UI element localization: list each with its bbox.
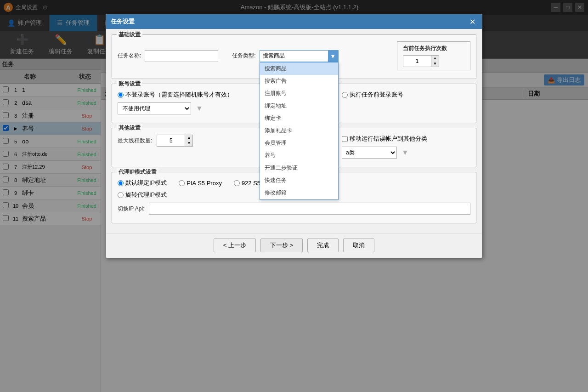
922-s5-radio[interactable]	[234, 180, 240, 186]
modal-titlebar: 任务设置 ✕	[106, 14, 482, 29]
task-type-container: 搜索商品 ▼ 搜索商品 搜索广告 注册账号 绑定地址 绑定卡	[260, 50, 339, 62]
account-right: 执行任务前登录账号	[342, 91, 470, 118]
execute-login-row: 执行任务前登录账号	[342, 91, 470, 99]
counter-up-button[interactable]: ▲	[431, 56, 439, 61]
task-type-dropdown-trigger[interactable]: 搜索商品 ▼	[260, 50, 339, 62]
prev-step-button[interactable]: < 上一步	[214, 239, 256, 252]
modal-title: 任务设置	[111, 17, 135, 26]
task-type-label: 任务类型:	[232, 52, 255, 60]
dropdown-item-search-product[interactable]: 搜索商品	[260, 62, 338, 75]
threads-up-button[interactable]: ▲	[185, 135, 192, 141]
default-ip-label: 默认绑定IP模式	[125, 179, 167, 187]
task-settings-modal: 任务设置 ✕ 基础设置 任务名称: 任务类型:	[106, 14, 482, 258]
basic-settings-section: 基础设置 任务名称: 任务类型: 搜索商品 ▼	[112, 34, 476, 79]
no-login-radio-group: 不登录账号（需要选择随机账号才有效）	[118, 91, 233, 99]
basic-form-row: 任务名称: 任务类型: 搜索商品 ▼	[118, 41, 470, 70]
max-threads-counter: ▲ ▼	[157, 135, 193, 147]
rotate-ip-radio-group: 旋转代理IP模式	[118, 191, 167, 199]
dropdown-item-add-gift-card[interactable]: 添加礼品卡	[260, 125, 338, 137]
default-ip-radio[interactable]	[118, 180, 124, 186]
task-type-value: 搜索商品	[260, 52, 338, 60]
rotate-ip-label: 旋转代理IP模式	[125, 191, 167, 199]
modal-body: 基础设置 任务名称: 任务类型: 搜索商品 ▼	[106, 29, 482, 233]
task-name-input[interactable]	[145, 50, 218, 62]
move-error-checkbox-group: 移动运行错误帐户到其他分类	[342, 135, 427, 143]
other-settings-title: 其他设置	[117, 124, 142, 132]
dropdown-item-bind-address[interactable]: 绑定地址	[260, 100, 338, 112]
modal-footer: < 上一步 下一步 > 完成 取消	[106, 233, 482, 258]
category-select[interactable]: a类	[342, 147, 397, 159]
task-type-dropdown-list[interactable]: 搜索商品 搜索广告 注册账号 绑定地址 绑定卡 添加礼品卡 会员管理 养号 开通…	[260, 62, 339, 200]
basic-settings-content: 任务名称: 任务类型: 搜索商品 ▼	[112, 35, 476, 79]
execute-login-radio[interactable]	[342, 92, 348, 98]
dropdown-item-bind-card[interactable]: 绑定卡	[260, 112, 338, 125]
rotate-ip-radio[interactable]	[118, 192, 124, 198]
finish-button[interactable]: 完成	[307, 239, 339, 252]
default-ip-radio-group: 默认绑定IP模式	[118, 179, 167, 187]
threads-counter-btns: ▲ ▼	[185, 135, 192, 146]
proxy-select[interactable]: 不使用代理	[118, 102, 191, 114]
no-login-radio-label: 不登录账号（需要选择随机账号才有效）	[125, 91, 233, 99]
dropdown-item-nurture[interactable]: 养号	[260, 149, 338, 162]
dropdown-item-modify-email[interactable]: 修改邮箱	[260, 187, 338, 199]
ip-api-label: 切换IP Api:	[118, 205, 144, 213]
dropdown-item-member-mgmt[interactable]: 会员管理	[260, 137, 338, 149]
account-settings-title: 账号设置	[117, 80, 142, 88]
move-error-row: 移动运行错误帐户到其他分类	[342, 135, 470, 143]
proxy-dropdown-arrow[interactable]: ▼	[196, 104, 203, 113]
max-threads-input[interactable]	[157, 135, 185, 146]
no-login-radio[interactable]	[118, 92, 124, 98]
proxy-ip-settings-title: 代理IP模式设置	[117, 168, 158, 176]
threads-down-button[interactable]: ▼	[185, 141, 192, 146]
category-dropdown-arrow[interactable]: ▼	[401, 148, 409, 157]
dropdown-item-search-ad[interactable]: 搜索广告	[260, 75, 338, 87]
execution-count-input[interactable]	[403, 56, 431, 67]
execution-count-label: 当前任务执行次数	[403, 45, 464, 52]
modal-overlay: 任务设置 ✕ 基础设置 任务名称: 任务类型:	[0, 0, 588, 392]
execution-count-box: 当前任务执行次数 ▲ ▼	[397, 41, 470, 70]
cancel-button[interactable]: 取消	[343, 239, 374, 252]
task-name-label: 任务名称:	[118, 52, 141, 60]
dropdown-item-register[interactable]: 注册账号	[260, 87, 338, 100]
move-error-label: 移动运行错误帐户到其他分类	[350, 135, 427, 143]
counter-btns: ▲ ▼	[431, 56, 439, 67]
counter-down-button[interactable]: ▼	[431, 61, 439, 67]
execute-login-checkbox-group: 执行任务前登录账号	[342, 91, 403, 99]
pia-s5-label: PIA S5 Proxy	[187, 180, 222, 187]
basic-settings-title: 基础设置	[117, 31, 142, 39]
execution-count-counter: ▲ ▼	[403, 55, 439, 67]
ip-api-input[interactable]	[149, 203, 470, 215]
category-row: a类 ▼	[342, 147, 470, 159]
other-right: 移动运行错误帐户到其他分类 a类 ▼	[342, 135, 470, 162]
dropdown-item-two-step[interactable]: 开通二步验证	[260, 162, 338, 174]
modal-close-button[interactable]: ✕	[468, 17, 477, 26]
dropdown-item-quick-task[interactable]: 快速任务	[260, 174, 338, 187]
ip-api-row: 切换IP Api:	[118, 203, 470, 215]
next-step-button[interactable]: 下一步 >	[260, 239, 303, 252]
move-error-checkbox[interactable]	[342, 136, 348, 142]
execute-login-label: 执行任务前登录账号	[350, 91, 403, 99]
pia-s5-radio-group: PIA S5 Proxy	[179, 180, 222, 187]
pia-s5-radio[interactable]	[179, 180, 185, 186]
dropdown-item-reset-password[interactable]: 重置密码	[260, 199, 338, 200]
max-threads-label: 最大线程数量:	[118, 137, 152, 145]
